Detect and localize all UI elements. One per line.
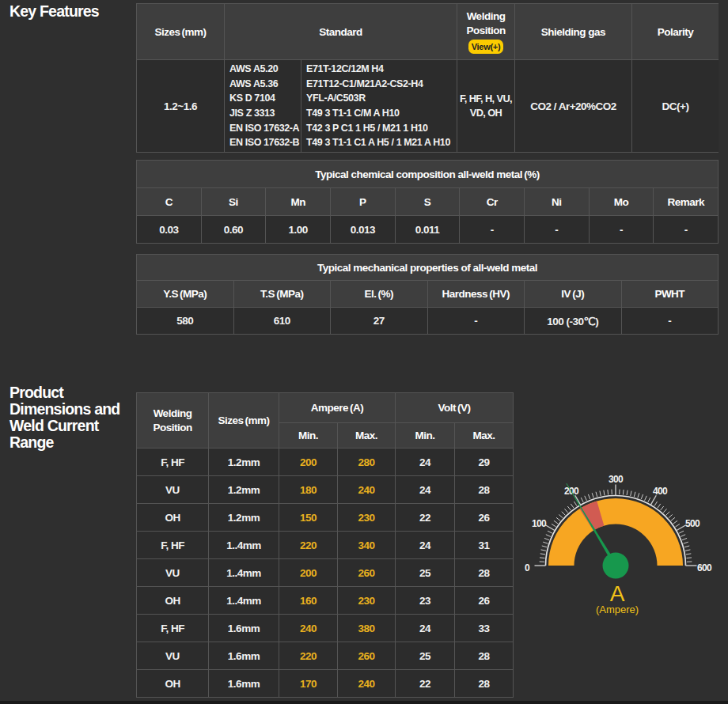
svg-text:500: 500	[685, 518, 700, 529]
svg-text:0: 0	[525, 562, 530, 573]
svg-text:100: 100	[532, 518, 547, 529]
svg-text:600: 600	[697, 562, 712, 573]
svg-text:200: 200	[564, 486, 579, 497]
svg-text:400: 400	[653, 486, 668, 497]
svg-text:300: 300	[609, 474, 624, 485]
